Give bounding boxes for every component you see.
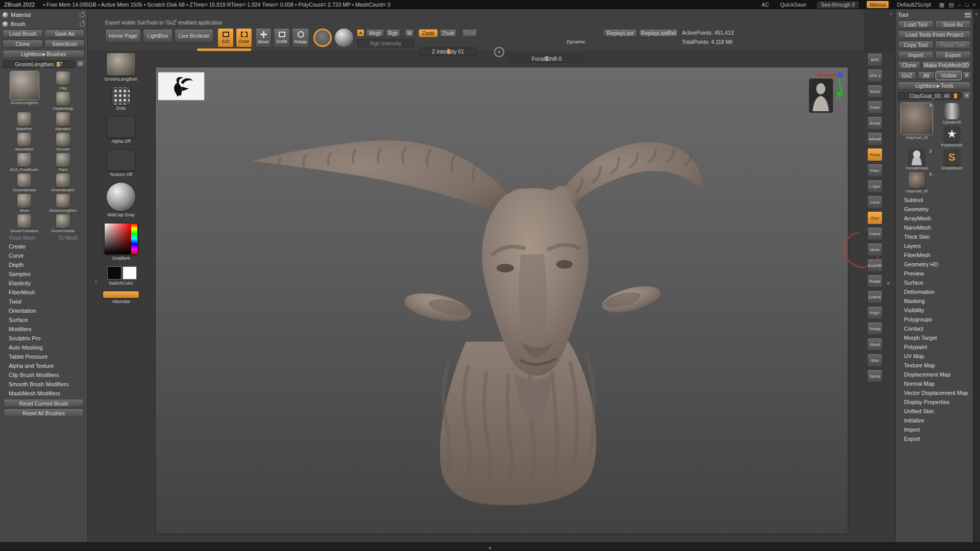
tool-menu-icon[interactable] (965, 13, 971, 17)
right-shelf-button[interactable]: Ghost (867, 338, 883, 351)
alpha-chip[interactable]: A (357, 30, 364, 36)
brush-item[interactable]: SelectRect (7, 133, 42, 152)
brush-item[interactable]: Groombrush1 (45, 173, 81, 192)
brush-item[interactable]: Standard (45, 112, 81, 131)
brush-item[interactable]: Move (7, 194, 42, 213)
material-panel-header[interactable]: Material (3, 10, 85, 19)
quicksave-button[interactable]: QuickSave (777, 1, 810, 8)
draw-mode-button[interactable]: Draw (236, 28, 252, 47)
brush-section-item[interactable]: Curve (3, 251, 85, 260)
tool-section-item[interactable]: Normal Map (898, 379, 971, 388)
tool-item[interactable]: SimpleBrush (936, 149, 968, 170)
mrgb-button[interactable]: Mrgb (366, 29, 384, 37)
tray-item[interactable]: GroomLengthen (104, 53, 137, 82)
brush-section-item[interactable]: Modifiers (3, 324, 85, 334)
brush-section-item[interactable]: Alpha and Texture (3, 361, 85, 370)
brush-slider-restore-button[interactable]: R (77, 60, 85, 68)
tool-section-item[interactable]: Geometry (898, 205, 971, 214)
lightbox-tools-button[interactable]: Lightbox►Tools (898, 82, 971, 90)
tool-section-item[interactable]: Deformation (898, 287, 971, 296)
tray-item[interactable]: Gradient (104, 223, 138, 261)
copy-tool-button[interactable]: Copy Tool (898, 41, 934, 49)
brush-section-item[interactable]: Twist (3, 297, 85, 306)
tray-thumbnail[interactable] (103, 291, 139, 298)
brush-section-item[interactable]: Clip Brush Modifiers (3, 370, 85, 380)
z-intensity-marker[interactable] (447, 49, 450, 54)
replay-last-rel-button[interactable]: ReplayLastRel (639, 29, 678, 37)
window-control-icon[interactable]: – (958, 2, 961, 8)
window-control-icon[interactable]: □ (965, 2, 969, 8)
right-shelf-button[interactable]: Local (867, 195, 883, 209)
document-canvas[interactable] (155, 67, 848, 534)
tool-section-item[interactable]: NanoMesh (898, 223, 971, 232)
right-shelf-button[interactable]: L.Sym (867, 180, 883, 193)
tool-section-item[interactable]: Export (898, 434, 971, 443)
import-tool-button[interactable]: Import (898, 51, 934, 59)
tray-thumbnail[interactable] (107, 53, 135, 76)
brush-section-item[interactable]: Smooth Brush Modifiers (3, 380, 85, 389)
z-intensity-slider[interactable]: Z Intensity 51 (419, 47, 477, 56)
brush-section-item[interactable]: Tablet Pressure (3, 352, 85, 361)
select-icon-button[interactable]: SelectIcon (44, 40, 85, 48)
right-shelf-button[interactable]: Xpose (867, 369, 883, 383)
scale-mode-button[interactable]: Scale (274, 28, 290, 47)
tool-section-item[interactable]: Vector Displacement Map (898, 388, 971, 397)
clone-brush-button[interactable]: Clone (3, 40, 43, 48)
lightbox-brushes-button[interactable]: Lightbox►Brushes (3, 50, 85, 58)
home-page-button[interactable]: Home Page (105, 29, 141, 42)
rgb-button[interactable]: Rgb (386, 29, 400, 37)
dynamic-label[interactable]: Dynamic (567, 39, 585, 44)
tool-section-item[interactable]: Layers (898, 241, 971, 251)
brush-section-item[interactable]: MaskMesh Modifiers (3, 389, 85, 398)
brush-item[interactable]: ClayBuildup (45, 92, 81, 111)
brush-section-item[interactable]: Depth (3, 260, 85, 269)
mesh-button[interactable]: From Mesh (10, 235, 36, 241)
goz-button[interactable]: GoZ (898, 71, 916, 80)
tray-item[interactable]: Dots (112, 87, 130, 111)
brush-section-item[interactable]: Sculptris Pro (3, 334, 85, 343)
right-shelf-button[interactable]: LineFill (867, 290, 883, 304)
tool-section-item[interactable]: UV Map (898, 352, 971, 361)
m-button[interactable]: M (405, 29, 414, 37)
brush-intensity-slider[interactable]: GroomLengthen. 77 (3, 60, 75, 68)
orientation-gizmo[interactable] (806, 70, 847, 101)
menus-button[interactable]: Menus (867, 1, 889, 8)
right-shelf-button[interactable]: BPR (867, 53, 883, 66)
goz-visible-button[interactable]: Visible (936, 71, 961, 80)
tool-item[interactable]: Cylinder3D (936, 103, 968, 124)
right-shelf-button[interactable]: Qxyz (867, 211, 883, 224)
right-shelf-button[interactable]: Rotate (867, 274, 883, 288)
tool-section-item[interactable]: Thick Skin (898, 232, 971, 241)
right-shelf-button[interactable]: Zoom (867, 101, 883, 114)
rgb-intensity-slider[interactable]: Rgb Intensity (357, 39, 414, 47)
right-shelf-button[interactable]: PolyF (867, 306, 883, 319)
default-zscript-label[interactable]: DefaultZScript (897, 2, 931, 8)
focal-shift-slider[interactable]: Focal Shift 0 (509, 55, 584, 63)
tool-panel-header[interactable]: Tool (898, 10, 971, 19)
zadd-button[interactable]: Zadd (419, 29, 438, 37)
see-through-slider[interactable]: See-through 0 (817, 2, 859, 8)
tool-item[interactable]: 5 ClayGoat_00 (901, 103, 933, 147)
window-control-icon[interactable]: ▤ (948, 2, 953, 8)
tray-thumbnail[interactable] (107, 149, 135, 171)
tool-section-item[interactable]: Surface (898, 278, 971, 287)
reset-brush-button[interactable]: Reset All Brushes (4, 409, 84, 417)
brush-item[interactable]: Paint (45, 153, 81, 172)
brush-item[interactable]: Smooth (45, 133, 81, 152)
left-tray-collapse-icon[interactable]: ‹ (95, 278, 97, 285)
alpha-silhouette-thumbnail[interactable] (158, 72, 205, 101)
tool-section-item[interactable]: Texture Map (898, 361, 971, 370)
load-brush-button[interactable]: Load Brush (3, 30, 43, 38)
right-shelf-button[interactable]: Zoom3D (867, 259, 883, 272)
tool-section-item[interactable]: Contact (898, 324, 971, 333)
brush-section-item[interactable]: Auto Masking (3, 343, 85, 352)
tool-section-item[interactable]: Preview (898, 269, 971, 278)
panel-expand-icon[interactable]: « (975, 11, 978, 17)
tool-item[interactable]: PolyMesh3D (936, 126, 968, 147)
goz-restore-button[interactable]: R (963, 71, 971, 80)
tool-section-item[interactable]: Display Properties (898, 397, 971, 407)
paste-tool-button[interactable]: Paste Tool (935, 41, 971, 49)
brush-item[interactable]: MaskPen (7, 112, 42, 131)
brush-item[interactable]: GroomTwister (45, 214, 81, 233)
right-shelf-button[interactable]: Transp (867, 322, 883, 335)
